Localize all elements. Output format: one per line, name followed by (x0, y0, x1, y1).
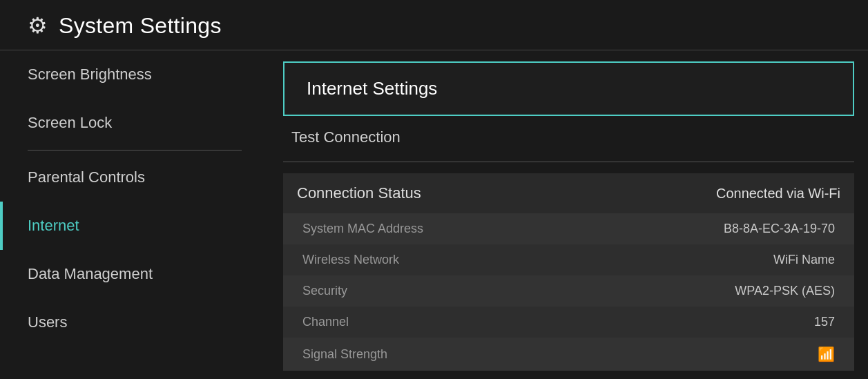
app-container: ⚙ System Settings Screen Brightness Scre… (0, 0, 868, 379)
wireless-network-value: WiFi Name (773, 253, 835, 267)
sidebar-item-users[interactable]: Users (0, 298, 269, 347)
table-row: Security WPA2-PSK (AES) (283, 275, 854, 307)
sidebar-item-screen-lock[interactable]: Screen Lock (0, 99, 269, 147)
table-row: Wireless Network WiFi Name (283, 244, 854, 275)
sidebar: Screen Brightness Screen Lock Parental C… (0, 50, 269, 379)
table-row: Signal Strength 📶 (283, 338, 854, 371)
sidebar-item-internet[interactable]: Internet (0, 202, 269, 250)
content-divider (283, 162, 854, 162)
sidebar-item-parental-controls[interactable]: Parental Controls (0, 153, 269, 202)
channel-value: 157 (814, 315, 835, 329)
sidebar-item-data-management[interactable]: Data Management (0, 250, 269, 298)
test-connection-label: Test Connection (291, 128, 401, 146)
security-label: Security (302, 284, 347, 298)
mac-address-label: System MAC Address (302, 222, 423, 236)
header: ⚙ System Settings (0, 0, 868, 50)
table-row: Channel 157 (283, 307, 854, 338)
sidebar-item-screen-brightness[interactable]: Screen Brightness (0, 50, 269, 99)
channel-label: Channel (302, 315, 349, 329)
status-table: Connection Status Connected via Wi-Fi Sy… (283, 173, 854, 371)
main-content: Internet Settings Test Connection Connec… (269, 50, 868, 379)
wifi-signal-icon: 📶 (818, 346, 835, 362)
sidebar-divider (28, 150, 242, 150)
internet-settings-item[interactable]: Internet Settings (283, 61, 854, 116)
signal-strength-label: Signal Strength (302, 347, 387, 362)
page-title: System Settings (59, 13, 222, 39)
wireless-network-label: Wireless Network (302, 253, 399, 267)
connection-status-value: Connected via Wi-Fi (716, 186, 840, 202)
body: Screen Brightness Screen Lock Parental C… (0, 50, 868, 379)
connection-status-header: Connection Status Connected via Wi-Fi (283, 173, 854, 213)
mac-address-value: B8-8A-EC-3A-19-70 (724, 222, 835, 236)
connection-status-label: Connection Status (297, 184, 421, 202)
internet-settings-label: Internet Settings (307, 78, 437, 99)
settings-icon: ⚙ (28, 12, 48, 39)
table-row: System MAC Address B8-8A-EC-3A-19-70 (283, 213, 854, 244)
test-connection-item[interactable]: Test Connection (269, 116, 868, 159)
security-value: WPA2-PSK (AES) (735, 284, 835, 298)
